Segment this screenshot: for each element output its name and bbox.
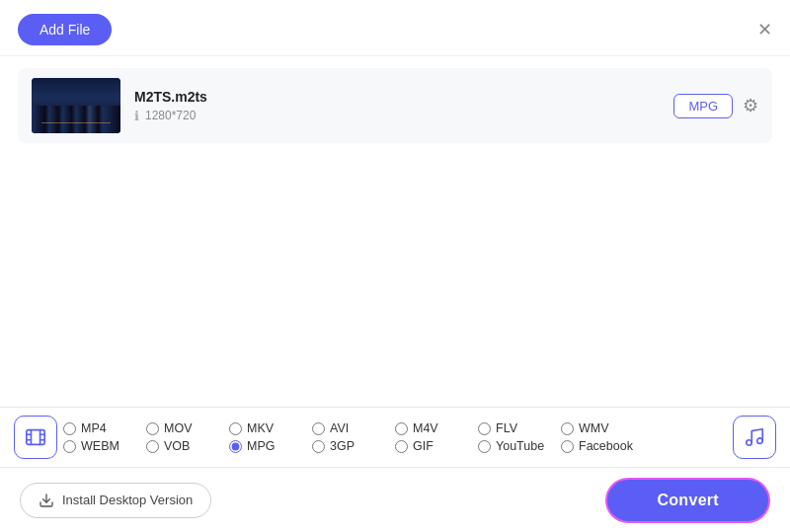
file-meta: ℹ 1280*720 <box>134 109 660 123</box>
format-badge-button[interactable]: MPG <box>673 94 733 118</box>
format-option-vob[interactable]: VOB <box>146 439 229 453</box>
format-option-mpg[interactable]: MPG <box>229 439 312 453</box>
format-option-mov[interactable]: MOV <box>146 421 229 435</box>
svg-point-7 <box>747 440 752 446</box>
video-format-icon-button[interactable] <box>14 416 57 459</box>
format-option-m4v[interactable]: M4V <box>395 421 478 435</box>
format-option-mkv[interactable]: MKV <box>229 421 312 435</box>
format-option-youtube[interactable]: YouTube <box>478 439 561 453</box>
convert-button[interactable]: Convert <box>605 478 770 523</box>
format-option-mp4[interactable]: MP4 <box>63 421 146 435</box>
music-icon <box>744 426 765 448</box>
format-option-facebook[interactable]: Facebook <box>561 439 644 453</box>
add-file-button[interactable]: Add File <box>18 14 112 45</box>
settings-button[interactable]: ⚙ <box>743 95 758 116</box>
thumbnail-scene <box>32 78 120 133</box>
format-option-webm[interactable]: WEBM <box>63 439 146 453</box>
svg-point-8 <box>757 438 763 444</box>
download-icon <box>39 493 54 508</box>
file-name: M2TS.m2ts <box>134 89 660 105</box>
format-options: MP4 MOV MKV AVI M4V FLV WMV WEBM VOB <box>63 421 727 453</box>
format-bar: MP4 MOV MKV AVI M4V FLV WMV WEBM VOB <box>0 407 790 468</box>
file-list: M2TS.m2ts ℹ 1280*720 MPG ⚙ <box>0 56 790 155</box>
format-option-wmv[interactable]: WMV <box>561 421 644 435</box>
bottom-bar: Install Desktop Version Convert <box>0 468 790 532</box>
svg-rect-0 <box>27 430 44 445</box>
format-option-gif[interactable]: GIF <box>395 439 478 453</box>
music-format-icon-button[interactable] <box>733 416 776 459</box>
install-desktop-button[interactable]: Install Desktop Version <box>20 483 211 518</box>
info-icon: ℹ <box>134 109 139 123</box>
format-option-3gp[interactable]: 3GP <box>312 439 395 453</box>
install-label: Install Desktop Version <box>62 493 193 507</box>
file-item: M2TS.m2ts ℹ 1280*720 MPG ⚙ <box>18 68 772 143</box>
top-bar: Add File ✕ <box>0 0 790 56</box>
file-resolution: 1280*720 <box>145 109 196 122</box>
format-option-avi[interactable]: AVI <box>312 421 395 435</box>
format-option-flv[interactable]: FLV <box>478 421 561 435</box>
file-actions: MPG ⚙ <box>673 94 758 118</box>
file-thumbnail <box>32 78 120 133</box>
file-info: M2TS.m2ts ℹ 1280*720 <box>134 89 660 123</box>
film-icon <box>25 426 46 448</box>
close-button[interactable]: ✕ <box>757 21 772 38</box>
